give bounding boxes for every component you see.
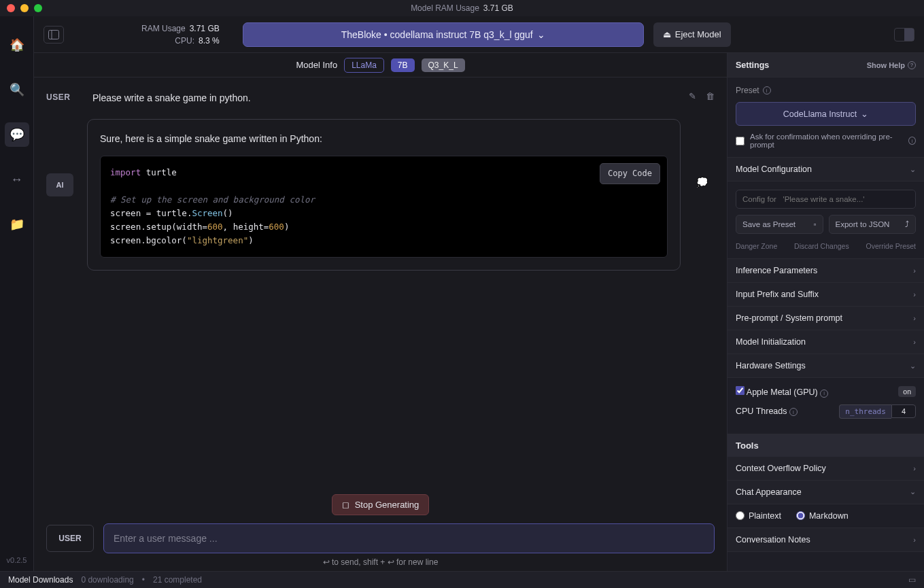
sidebar: 🏠 🔍 💬 ↔ 📁 v0.2.5 — [0, 16, 34, 571]
info-icon: i — [908, 137, 916, 145]
threads-value-input[interactable]: 4 — [891, 404, 916, 418]
hardware-section[interactable]: Hardware Settings⌄ — [728, 354, 924, 378]
conversation-notes-section[interactable]: Conversation Notes› — [728, 528, 924, 552]
sidebar-folder[interactable]: 📁 — [5, 212, 29, 237]
markdown-radio[interactable]: Markdown — [796, 511, 849, 521]
confirm-override-label: Ask for confirmation when overriding pre… — [750, 133, 903, 149]
completed-count: 21 completed — [153, 575, 202, 585]
info-icon: i — [820, 390, 828, 398]
ai-response-bubble: Sure, here is a simple snake game writte… — [87, 119, 681, 271]
user-message-row: USER Please write a snake game in python… — [46, 91, 715, 105]
chevron-right-icon: › — [913, 314, 916, 322]
save-icon: ▫ — [813, 220, 816, 228]
title-text: Model RAM Usage3.71 GB — [411, 3, 513, 13]
chevron-right-icon: › — [913, 536, 916, 544]
arch-badge: LLaMa — [344, 58, 384, 73]
terminal-icon[interactable]: ▭ — [908, 575, 916, 585]
titlebar: Model RAM Usage3.71 GB — [0, 0, 924, 16]
resource-stats: RAM Usage3.71 GB CPU:8.3 % — [141, 22, 220, 47]
model-init-section[interactable]: Model Initialization› — [728, 330, 924, 354]
input-hint: ↩ to send, shift + ↩ for new line — [34, 557, 727, 571]
eject-icon: ⏏ — [663, 29, 671, 39]
ai-intro-text: Sure, here is a simple snake game writte… — [100, 132, 668, 146]
ai-role-label: AI — [46, 173, 73, 196]
export-json-button[interactable]: Export to JSON ⤴ — [829, 215, 917, 234]
user-role-label: USER — [46, 91, 79, 105]
delete-icon[interactable]: 🗑 — [706, 91, 715, 101]
user-message-text: Please write a snake game in python. — [92, 91, 715, 105]
copy-code-button[interactable]: Copy Code — [600, 163, 660, 184]
preset-label: Preset i — [736, 86, 916, 95]
config-name-input[interactable] — [736, 190, 916, 209]
edit-icon[interactable]: ✎ — [689, 91, 696, 101]
stop-icon: ◻ — [342, 500, 349, 510]
chat-appearance-section[interactable]: Chat Appearance⌄ — [728, 481, 924, 504]
right-panel-toggle[interactable] — [894, 28, 914, 41]
sidebar-server[interactable]: ↔ — [5, 167, 29, 192]
info-icon: i — [789, 408, 798, 416]
context-overflow-section[interactable]: Context Overflow Policy› — [728, 457, 924, 481]
chevron-right-icon: › — [913, 338, 916, 346]
info-icon: i — [763, 86, 771, 94]
chevron-right-icon: › — [913, 290, 916, 298]
chevron-down-icon: ⌄ — [861, 109, 868, 119]
plaintext-radio[interactable]: Plaintext — [736, 511, 781, 521]
sidebar-search[interactable]: 🔍 — [5, 77, 29, 102]
message-input[interactable] — [103, 523, 715, 553]
discard-changes-button[interactable]: Discard Changes — [794, 242, 849, 250]
inference-params-section[interactable]: Inference Parameters› — [728, 259, 924, 283]
model-info-bar: Model Info LLaMa 7B Q3_K_L — [34, 53, 727, 77]
settings-panel: Settings Show Help ? Preset i CodeLlama … — [727, 53, 924, 571]
chevron-down-icon: ⌄ — [537, 29, 545, 40]
confirm-override-checkbox[interactable] — [736, 137, 745, 145]
cpu-threads-label: CPU Threads — [736, 407, 787, 416]
chevron-down-icon: ⌄ — [910, 362, 916, 370]
metal-checkbox[interactable] — [736, 386, 745, 395]
input-role-label[interactable]: USER — [46, 525, 94, 552]
preset-selector[interactable]: CodeLlama Instruct ⌄ — [736, 102, 916, 126]
messages-area: USER Please write a snake game in python… — [34, 77, 727, 490]
preprompt-section[interactable]: Pre-prompt / System prompt› — [728, 307, 924, 330]
left-panel-toggle[interactable] — [44, 26, 64, 44]
thinking-icon: 💭 — [696, 177, 708, 188]
model-selector[interactable]: TheBloke • codellama instruct 7B q3_k_l … — [243, 22, 644, 47]
override-preset-button[interactable]: Override Preset — [866, 242, 916, 250]
sidebar-chat[interactable]: 💬 — [5, 122, 29, 147]
stop-generating-button[interactable]: ◻ Stop Generating — [332, 494, 430, 515]
downloading-count: 0 downloading — [81, 575, 133, 585]
save-preset-button[interactable]: Save as Preset ▫ — [736, 215, 823, 234]
maximize-window[interactable] — [34, 4, 42, 12]
topbar: RAM Usage3.71 GB CPU:8.3 % TheBloke • co… — [34, 16, 924, 53]
chevron-right-icon: › — [913, 464, 916, 472]
settings-title: Settings — [736, 60, 769, 70]
threads-key-label: n_threads — [839, 404, 891, 419]
model-config-header[interactable]: Model Configuration ⌄ — [728, 158, 924, 181]
minimize-window[interactable] — [20, 4, 29, 12]
downloads-label[interactable]: Model Downloads — [8, 575, 73, 585]
chevron-right-icon: › — [913, 266, 916, 275]
tools-header: Tools — [728, 434, 924, 457]
version-label: v0.2.5 — [7, 556, 27, 564]
close-window[interactable] — [7, 4, 15, 12]
chevron-down-icon: ⌄ — [910, 487, 916, 496]
help-icon: ? — [908, 61, 916, 69]
ai-message-row: AI Sure, here is a simple snake game wri… — [46, 119, 715, 271]
code-block: Copy Code import turtle # Set up the scr… — [100, 156, 668, 258]
quant-badge: Q3_K_L — [422, 58, 465, 72]
metal-label: Apple Metal (GPU) — [747, 387, 818, 397]
bottom-bar: Model Downloads 0 downloading • 21 compl… — [0, 571, 924, 588]
danger-zone-label: Danger Zone — [736, 242, 777, 250]
export-icon: ⤴ — [905, 220, 909, 228]
sidebar-home[interactable]: 🏠 — [5, 33, 29, 57]
chevron-down-icon: ⌄ — [910, 165, 916, 174]
size-badge: 7B — [391, 58, 415, 72]
show-help-button[interactable]: Show Help ? — [867, 61, 916, 69]
prefix-suffix-section[interactable]: Input Prefix and Suffix› — [728, 283, 924, 307]
metal-state-badge: on — [898, 386, 916, 397]
window-controls — [7, 4, 42, 12]
svg-rect-0 — [49, 30, 59, 39]
eject-model-button[interactable]: ⏏ Eject Model — [653, 22, 731, 47]
